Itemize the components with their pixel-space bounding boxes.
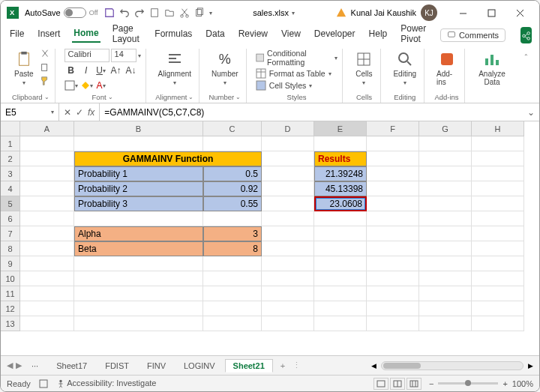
select-all-corner[interactable] xyxy=(1,121,20,136)
border-button[interactable]: ▾ xyxy=(64,79,78,92)
fill-color-button[interactable]: ▾ xyxy=(80,79,93,92)
enter-formula-icon[interactable]: ✓ xyxy=(76,107,83,118)
alignment-button[interactable]: Alignment▾ xyxy=(155,49,194,88)
tab-review[interactable]: Review xyxy=(237,28,269,42)
alpha-label[interactable]: Alpha xyxy=(74,226,203,241)
normal-view-button[interactable] xyxy=(374,378,388,390)
row-header[interactable]: 5 xyxy=(1,196,20,211)
result1[interactable]: 21.39248 xyxy=(314,166,367,181)
close-button[interactable] xyxy=(506,2,533,23)
row-header[interactable]: 12 xyxy=(1,301,20,316)
undo-icon[interactable] xyxy=(119,7,130,18)
tab-insert[interactable]: Insert xyxy=(36,28,62,42)
sheet-tab-finv[interactable]: FINV xyxy=(139,359,174,373)
qat-dropdown-icon[interactable]: ▾ xyxy=(209,10,212,16)
row-header[interactable]: 2 xyxy=(1,151,20,166)
redo-icon[interactable] xyxy=(134,7,145,18)
scroll-right-icon[interactable]: ▶ xyxy=(528,362,533,370)
row-header[interactable]: 1 xyxy=(1,136,20,151)
decrease-font-icon[interactable]: A↓ xyxy=(124,64,138,77)
copy-icon[interactable] xyxy=(40,62,50,73)
col-header[interactable]: H xyxy=(472,121,524,136)
copy-icon[interactable] xyxy=(194,7,205,18)
italic-button[interactable]: I xyxy=(80,64,93,77)
number-button[interactable]: % Number▾ xyxy=(208,49,242,88)
zoom-out-button[interactable]: − xyxy=(429,379,434,388)
new-icon[interactable] xyxy=(149,7,160,18)
sheet-tab-more[interactable]: ··· xyxy=(23,359,46,373)
result2[interactable]: 45.13398 xyxy=(314,181,367,196)
col-header[interactable]: F xyxy=(367,121,419,136)
prob1-value[interactable]: 0.5 xyxy=(203,166,262,181)
col-header[interactable]: D xyxy=(262,121,314,136)
tab-page-layout[interactable]: Page Layout xyxy=(111,23,143,47)
prob3-label[interactable]: Probability 3 xyxy=(74,196,203,211)
sheet-tab-loginv[interactable]: LOGINV xyxy=(176,359,224,373)
sheet-nav-next-icon[interactable]: ▶ xyxy=(16,361,22,370)
prob3-value[interactable]: 0.55 xyxy=(203,196,262,211)
editing-button[interactable]: Editing▾ xyxy=(390,49,419,88)
col-header[interactable]: B xyxy=(74,121,203,136)
col-header[interactable]: A xyxy=(20,121,74,136)
share-button[interactable] xyxy=(520,27,532,43)
save-icon[interactable] xyxy=(104,7,115,18)
maximize-button[interactable] xyxy=(478,2,505,23)
filename[interactable]: sales.xlsx ▾ xyxy=(253,8,295,17)
table-title[interactable]: GAMMAINV Function xyxy=(74,151,262,166)
row-header[interactable]: 9 xyxy=(1,256,20,271)
sheet-nav-prev-icon[interactable]: ◀ xyxy=(7,361,13,370)
horizontal-scrollbar[interactable] xyxy=(381,361,524,370)
comments-button[interactable]: Comments xyxy=(440,28,506,42)
page-break-view-button[interactable] xyxy=(406,378,422,390)
zoom-in-button[interactable]: + xyxy=(502,379,507,388)
autosave-toggle[interactable]: AutoSave Off xyxy=(25,7,98,18)
scroll-left-icon[interactable]: ◀ xyxy=(371,362,376,370)
cut-icon[interactable] xyxy=(179,7,190,18)
prob1-label[interactable]: Probability 1 xyxy=(74,166,203,181)
zoom-slider[interactable] xyxy=(438,382,498,385)
open-icon[interactable] xyxy=(164,7,175,18)
cancel-formula-icon[interactable]: ✕ xyxy=(64,107,71,118)
worksheet[interactable]: A B C D E F G H 1 2 GAMMAINV Function Re… xyxy=(1,121,539,355)
ribbon-collapse-button[interactable]: ⌃ xyxy=(519,49,533,103)
tab-power-pivot[interactable]: Power Pivot xyxy=(399,23,430,47)
col-header[interactable]: G xyxy=(419,121,472,136)
expand-formula-bar-icon[interactable]: ⌄ xyxy=(523,107,539,118)
underline-button[interactable]: U▾ xyxy=(94,64,108,77)
formula-input[interactable]: =GAMMAINV(C5,C7,C8) xyxy=(100,107,523,118)
cut-icon[interactable] xyxy=(40,49,50,59)
add-sheet-button[interactable]: + xyxy=(274,361,291,370)
sheet-tab-fdist[interactable]: FDIST xyxy=(97,359,137,373)
zoom-level[interactable]: 100% xyxy=(512,379,533,388)
row-header[interactable]: 7 xyxy=(1,226,20,241)
row-header[interactable]: 3 xyxy=(1,166,20,181)
tab-view[interactable]: View xyxy=(280,28,302,42)
row-header[interactable]: 6 xyxy=(1,211,20,226)
tab-formulas[interactable]: Formulas xyxy=(153,28,194,42)
tab-home[interactable]: Home xyxy=(72,28,100,43)
result3-active-cell[interactable]: 23.0608 xyxy=(314,196,367,211)
increase-font-icon[interactable]: A↑ xyxy=(110,64,123,77)
cells-button[interactable]: Cells▾ xyxy=(352,49,376,88)
tab-developer[interactable]: Developer xyxy=(313,28,357,42)
sheet-tab-sheet17[interactable]: Sheet17 xyxy=(48,359,95,373)
analyze-button[interactable]: Analyze Data xyxy=(474,49,510,88)
row-header[interactable]: 8 xyxy=(1,241,20,256)
sheet-tab-sheet21[interactable]: Sheet21 xyxy=(225,359,273,373)
addins-button[interactable]: Add-ins xyxy=(434,49,460,88)
row-header[interactable]: 4 xyxy=(1,181,20,196)
prob2-value[interactable]: 0.92 xyxy=(203,181,262,196)
beta-label[interactable]: Beta xyxy=(74,241,203,256)
tab-help[interactable]: Help xyxy=(368,28,389,42)
toggle-off-icon[interactable] xyxy=(64,7,86,18)
row-header[interactable]: 10 xyxy=(1,271,20,286)
row-header[interactable]: 11 xyxy=(1,286,20,301)
fx-icon[interactable]: fx xyxy=(88,107,94,118)
font-size-select[interactable]: 14 xyxy=(111,49,136,62)
font-name-select[interactable]: Calibri xyxy=(64,49,110,62)
bold-button[interactable]: B xyxy=(64,64,78,77)
font-color-button[interactable]: A▾ xyxy=(94,79,108,92)
format-painter-icon[interactable] xyxy=(40,76,50,86)
row-header[interactable]: 13 xyxy=(1,316,20,331)
accessibility-status[interactable]: Accessibility: Investigate xyxy=(56,379,157,388)
